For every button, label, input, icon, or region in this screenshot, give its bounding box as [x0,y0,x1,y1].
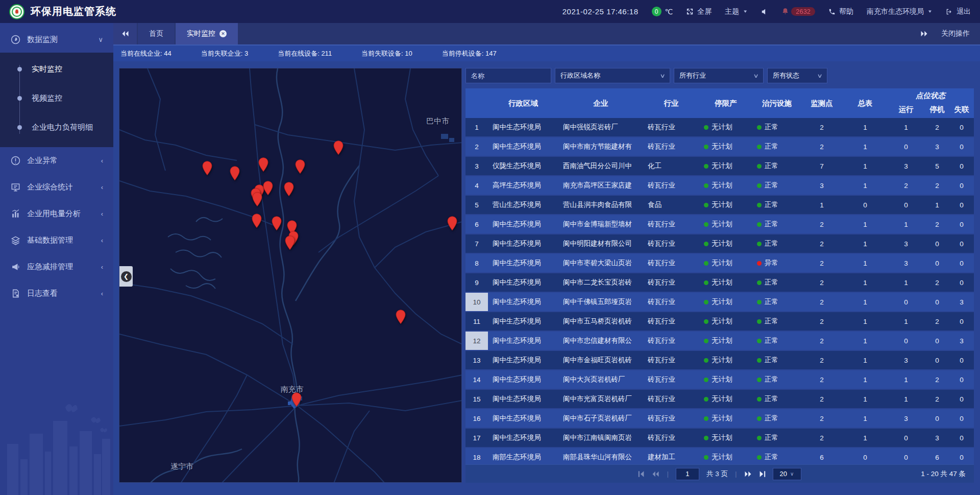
table-row[interactable]: 10阆中生态环境局阆中千佛镇五郎垭页岩砖瓦行业无计划正常21003 [465,293,974,311]
table-row[interactable]: 2阆中生态环境局阆中市南方节能建材有砖瓦行业无计划正常21030 [465,137,974,156]
map-pin[interactable] [396,310,406,324]
status-dot-icon [757,183,762,188]
cell-stopped: 0 [924,409,950,428]
table-row[interactable]: 5营山生态环境局营山县润丰肉食品有限食品无计划正常10010 [465,196,974,214]
cell-index: 4 [465,176,488,195]
user-menu[interactable]: 南充市生态环境局 ▼ [867,7,933,16]
map-collapse-handle[interactable]: ❮ [119,266,133,287]
close-operations-button[interactable]: 关闭操作 [941,29,970,38]
next-page-button[interactable] [744,471,752,477]
table-row[interactable]: 11阆中生态环境局阆中市五马桥页岩机砖砖瓦行业无计划正常21120 [465,312,974,331]
cell-facility-status: 正常 [752,234,801,253]
table-row[interactable]: 1阆中生态环境局阆中强锐页岩砖厂砖瓦行业无计划正常21120 [465,118,974,136]
map-pin[interactable] [252,214,262,228]
table-row[interactable]: 14阆中生态环境局阆中大兴页岩机砖厂砖瓦行业无计划正常21120 [465,370,974,389]
sidebar-item-6[interactable]: 应急减排管理‹ [0,253,113,280]
cell-company: 阆中强锐页岩砖厂 [558,118,643,136]
theme-menu[interactable]: 主题 ▼ [725,7,748,16]
last-page-button[interactable] [759,471,766,477]
status-dot-icon [704,242,708,246]
first-page-button[interactable] [638,471,645,477]
sidebar-item-5[interactable]: 基础数据管理‹ [0,227,113,253]
status-dot-icon [704,164,708,169]
cell-index: 2 [465,137,488,156]
cell-facility-status: 正常 [752,370,801,389]
tabs-scroll-left-button[interactable] [113,23,137,44]
map-pin[interactable] [262,181,273,196]
industry-select[interactable]: 所有行业 ∨ [674,68,764,83]
table-row[interactable]: 15阆中生态环境局阆中市光富页岩机砖厂砖瓦行业无计划正常21120 [465,390,974,408]
cell-company: 西南油气田分公司川中 [558,157,643,175]
map-pin[interactable] [447,216,457,231]
sidebar-item-4[interactable]: 企业用电量分析‹ [0,200,113,227]
close-icon[interactable]: ✕ [219,30,227,37]
sidebar-subitem[interactable]: 企业电力负荷明细 [0,113,113,142]
region-select[interactable]: 行政区域名称 ∨ [555,68,670,83]
map-pin[interactable] [291,392,302,407]
table-row[interactable]: 8阆中生态环境局阆中市枣碧大梁山页岩砖瓦行业无计划异常21300 [465,254,974,272]
table-row[interactable]: 6阆中生态环境局阆中市金博瑞新型墙材砖瓦行业无计划正常21120 [465,215,974,233]
double-chevron-right-icon[interactable] [920,31,928,37]
table-row[interactable]: 18南部生态环境局南部县珠华山河有限公建材加工无计划正常60060 [465,448,974,466]
cell-facility-status: 正常 [752,273,801,292]
table-row[interactable]: 4高坪生态环境局南充市高坪区王家店建砖瓦行业无计划正常31220 [465,176,974,195]
mute-button[interactable] [761,8,768,15]
notifications-button[interactable]: 2632 [781,7,815,16]
status-select[interactable]: 所有状态 ∨ [767,68,827,83]
cell-running: 1 [888,370,924,389]
megaphone-icon [10,262,20,272]
cell-running: 1 [888,118,924,136]
status-dot-icon [757,203,762,207]
filter-bar: 行政区域名称 ∨ 所有行业 ∨ 所有状态 ∨ [465,68,974,83]
map-pin[interactable] [258,157,269,172]
cell-region: 营山生态环境局 [488,196,558,214]
name-search-input[interactable] [465,68,551,83]
fullscreen-button[interactable]: 全屏 [686,7,712,16]
map-pin[interactable] [202,161,213,176]
sidebar-item-1[interactable]: 数据监测∨ [0,26,113,53]
sidebar-item-2[interactable]: 企业异常‹ [0,147,113,174]
table-row[interactable]: 17阆中生态环境局阆中市江南镇阆南页岩砖瓦行业无计划正常21030 [465,429,974,447]
map-pin[interactable] [333,140,344,155]
map-panel[interactable]: 巴中市南充市遂宁市 ❮ [119,68,462,483]
map-pin[interactable] [230,166,240,181]
sidebar-item-3[interactable]: 企业综合统计‹ [0,174,113,200]
sidebar-subitem[interactable]: 实时监控 [0,55,113,84]
table-row[interactable]: 12阆中生态环境局阆中市忠信建材有限公砖瓦行业无计划正常21003 [465,332,974,350]
cell-company: 营山县润丰肉食品有限 [558,196,643,214]
map-pin[interactable] [284,182,295,197]
cell-company: 阆中大兴页岩机砖厂 [558,370,643,389]
cell-index: 12 [465,332,488,350]
sidebar-item-7[interactable]: 日志查看‹ [0,280,113,307]
cell-meters: 1 [842,409,888,428]
sub-column-header-失联: 失联 [950,101,973,118]
cell-running: 3 [888,351,924,369]
cell-stop-status: 无计划 [699,254,752,272]
prev-page-button[interactable] [652,471,659,477]
map-pin[interactable] [252,192,263,207]
cell-index: 9 [465,273,488,292]
logout-button[interactable]: 退出 [946,7,971,16]
table-row[interactable]: 7阆中生态环境局阆中明阳建材有限公司砖瓦行业无计划正常21300 [465,234,974,253]
map-pin[interactable] [285,235,296,250]
tab-首页[interactable]: 首页 [138,23,175,44]
status-dot-icon [704,378,708,382]
chevron-down-icon: ∨ [790,471,794,477]
cell-facility-status: 正常 [752,332,801,350]
sidebar-subitem[interactable]: 视频监控 [0,84,113,113]
table-row[interactable]: 13阆中生态环境局阆中市金福旺页岩机砖砖瓦行业无计划正常21300 [465,351,974,369]
map-pin[interactable] [295,159,305,174]
map-pin[interactable] [272,216,282,231]
stat-当前在线企业: 当前在线企业: 44 [120,49,172,58]
table-row[interactable]: 9阆中生态环境局阆中市二龙长宝页岩砖砖瓦行业无计划正常21120 [465,273,974,292]
page-size-select[interactable]: 20 ∨ [773,468,801,480]
table-row[interactable]: 16阆中生态环境局阆中市石子页岩机砖厂砖瓦行业无计划正常21300 [465,409,974,428]
page-number-input[interactable] [676,468,699,480]
chart-icon [10,209,20,219]
status-dot-icon [757,378,762,382]
cell-company: 阆中市枣碧大梁山页岩 [558,254,643,272]
cell-index: 1 [465,118,488,136]
help-button[interactable]: 帮助 [828,7,853,16]
tab-实时监控[interactable]: 实时监控✕ [176,23,238,44]
table-row[interactable]: 3仪陇生态环境局西南油气田分公司川中化工无计划正常71350 [465,157,974,175]
